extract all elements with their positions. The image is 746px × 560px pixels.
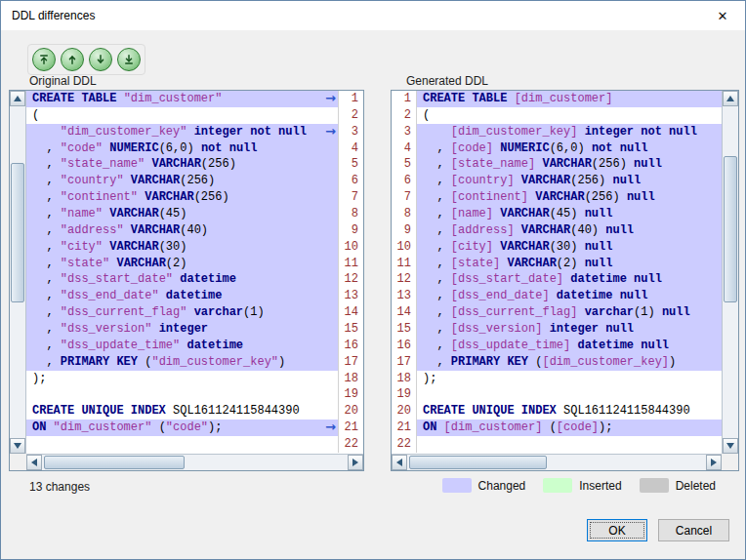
scroll-down-button[interactable] <box>10 438 25 454</box>
scroll-up-button[interactable] <box>10 91 25 106</box>
scrollbar-track[interactable] <box>10 106 25 438</box>
token-pl: ( <box>138 355 151 369</box>
token-id: "dim_customer" <box>54 420 152 434</box>
code-line: 11 , [state] VARCHAR(2) null <box>392 256 722 272</box>
original-ddl-header: Original DDL <box>29 74 97 88</box>
code-text: CREATE TABLE [dim_customer] <box>417 91 722 107</box>
token-id: [dss_update_time] <box>451 339 570 352</box>
line-number: 7 <box>392 189 417 206</box>
scrollbar-thumb[interactable] <box>724 156 737 302</box>
right-vertical-scrollbar[interactable] <box>722 91 738 454</box>
token-pl: , <box>423 289 451 302</box>
code-line: "dim_customer_key" integer not null→3 <box>26 124 363 140</box>
token-pl <box>32 125 61 139</box>
token-id: [state_name] <box>451 157 535 171</box>
line-number: 13 <box>392 288 417 304</box>
scroll-left-button[interactable] <box>26 455 42 470</box>
change-arrow-icon: → <box>323 420 338 436</box>
triangle-up-icon <box>726 96 734 101</box>
previous-difference-button[interactable] <box>61 48 84 71</box>
ok-button[interactable]: OK <box>587 519 647 541</box>
triangle-left-icon <box>396 459 402 466</box>
scrollbar-track[interactable] <box>42 455 348 470</box>
code-line: 1CREATE TABLE [dim_customer] <box>392 91 722 107</box>
line-number: 8 <box>392 206 417 222</box>
token-pl: (45) <box>550 207 585 220</box>
code-line: 4 , [code] NUMERIC(6,0) not null <box>392 140 722 157</box>
line-number: 1 <box>392 91 417 107</box>
token-pl <box>186 125 193 139</box>
left-vertical-scrollbar[interactable] <box>10 91 26 454</box>
token-pl: , <box>423 190 451 204</box>
last-difference-icon <box>121 52 137 67</box>
scrollbar-track[interactable] <box>723 106 738 438</box>
triangle-down-icon <box>726 443 734 449</box>
code-line: , "dss_end_date" datetime13 <box>26 288 363 304</box>
token-kw: CREATE TABLE <box>32 92 116 105</box>
scroll-down-button[interactable] <box>723 438 738 454</box>
code-text: ON [dim_customer] ([code]); <box>417 420 722 436</box>
token-pl: (256) <box>585 190 627 204</box>
token-id: [address] <box>451 223 515 237</box>
token-kw: datetime <box>570 272 627 286</box>
token-kw: NUMERIC <box>500 141 549 155</box>
generated-ddl-header: Generated DDL <box>406 74 488 88</box>
scroll-up-button[interactable] <box>723 91 738 106</box>
line-number: 4 <box>392 140 417 157</box>
token-pl: , <box>423 240 451 254</box>
scroll-right-button[interactable] <box>348 455 363 470</box>
marker-cell <box>323 354 338 371</box>
code-text: , [address] VARCHAR(40) null <box>417 222 722 239</box>
diff-legend: ChangedInsertedDeleted <box>442 478 716 493</box>
line-number: 12 <box>338 271 363 288</box>
close-button[interactable]: ✕ <box>700 1 745 30</box>
token-pl: (6,0) <box>550 141 592 155</box>
next-difference-button[interactable] <box>89 48 112 71</box>
first-difference-button[interactable] <box>32 48 56 71</box>
token-pl: , <box>423 355 451 369</box>
code-text: ( <box>26 107 323 124</box>
token-pl: (2) <box>557 257 585 270</box>
changes-count-label: 13 changes <box>29 480 90 494</box>
cancel-button[interactable]: Cancel <box>658 519 729 541</box>
token-id: [dss_end_date] <box>451 289 550 302</box>
legend-label: Inserted <box>579 479 621 493</box>
last-difference-button[interactable] <box>117 48 141 71</box>
code-line: , "name" VARCHAR(45)8 <box>26 206 363 222</box>
generated-ddl-editor: 1CREATE TABLE [dim_customer]2(3 [dim_cus… <box>392 91 722 470</box>
code-text: ); <box>417 371 722 387</box>
token-kw: VARCHAR <box>131 174 180 187</box>
token-pl <box>627 272 634 286</box>
code-text: , "code" NUMERIC(6,0) not null <box>26 140 323 157</box>
token-pl <box>124 174 131 187</box>
scrollbar-thumb[interactable] <box>11 163 24 302</box>
line-number: 4 <box>338 140 363 157</box>
line-number: 19 <box>338 386 363 403</box>
line-number: 21 <box>392 420 417 436</box>
scroll-left-button[interactable] <box>392 455 407 470</box>
next-difference-icon <box>93 52 108 67</box>
token-pl <box>612 289 619 302</box>
token-kw: VARCHAR <box>116 257 165 270</box>
scroll-right-button[interactable] <box>706 455 722 470</box>
token-pl <box>151 322 158 336</box>
code-line: 12 , [dss_start_date] datetime null <box>392 271 722 288</box>
code-line: , "country" VARCHAR(256)6 <box>26 173 363 189</box>
token-id: "dss_version" <box>61 322 152 336</box>
token-kw: ON <box>32 420 46 434</box>
triangle-right-icon <box>711 459 717 466</box>
token-kw: VARCHAR <box>521 174 570 187</box>
scrollbar-track[interactable] <box>407 455 706 470</box>
scrollbar-thumb[interactable] <box>44 456 185 469</box>
first-difference-icon <box>36 52 52 67</box>
scrollbar-thumb[interactable] <box>409 456 547 469</box>
token-pl: (256) <box>180 174 215 187</box>
code-text: ON "dim_customer" ("code"); <box>26 420 323 436</box>
token-kw: ON <box>423 420 436 434</box>
left-horizontal-scrollbar[interactable] <box>26 454 363 470</box>
line-number: 3 <box>392 124 417 140</box>
code-text: , [dss_update_time] datetime null <box>417 338 722 354</box>
generated-ddl-panel: 1CREATE TABLE [dim_customer]2(3 [dim_cus… <box>391 90 739 471</box>
ddl-differences-dialog: DDL differences ✕ Original DDL Generated… <box>0 0 746 560</box>
right-horizontal-scrollbar[interactable] <box>392 454 722 470</box>
